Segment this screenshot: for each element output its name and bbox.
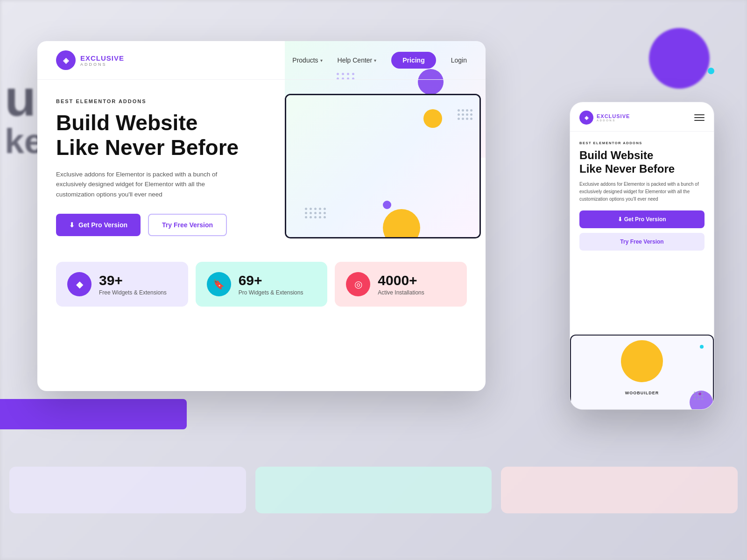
- stat-install-label: Active Installations: [378, 289, 424, 296]
- tablet-yellow-circle: [423, 109, 442, 128]
- stat-install-info: 4000+ Active Installations: [378, 273, 424, 296]
- mobile-dots-grid: [694, 392, 704, 400]
- chevron-down-icon: ▾: [374, 58, 376, 63]
- hero-section: BEST ELEMENTOR ADDONS Build Website Like…: [37, 80, 486, 248]
- tablet-purple-dot: [383, 201, 391, 209]
- tablet-mockup: [285, 94, 481, 238]
- hero-tag: BEST ELEMENTOR ADDONS: [56, 98, 257, 104]
- mobile-navbar: ◈ EXCLUSIVE ADDONS: [570, 102, 714, 132]
- tablet-screen: [286, 95, 479, 237]
- bg-purple-circle: [649, 28, 710, 89]
- hero-description: Exclusive addons for Elementor is packed…: [56, 169, 233, 200]
- mobile-brand-name: EXCLUSIVE: [597, 113, 630, 119]
- bg-stat-3: [501, 467, 738, 513]
- nav-login[interactable]: Login: [451, 56, 467, 64]
- brand-sub: ADDONS: [80, 62, 124, 67]
- hero-cta-group: ⬇ Get Pro Version Try Free Version: [56, 214, 257, 236]
- woobuilder-label: WOOBUILDER: [625, 391, 659, 395]
- tablet-large-yellow-circle: [383, 209, 420, 238]
- mobile-mockup: ◈ EXCLUSIVE ADDONS BEST ELEMENTOR ADDONS…: [570, 102, 714, 410]
- bg-purple-bar: [0, 399, 187, 429]
- bg-stat-1: [9, 467, 246, 513]
- brand-name: EXCLUSIVE: [80, 54, 124, 62]
- stat-free-number: 39+: [99, 273, 167, 288]
- bg-green-dot: [708, 68, 714, 74]
- tablet-dots-grid2: [458, 109, 472, 120]
- mobile-yellow-circle: [621, 340, 663, 382]
- stat-pro-label: Pro Widgets & Extensions: [239, 289, 303, 296]
- mobile-hero-tag: BEST ELEMENTOR ADDONS: [579, 141, 705, 145]
- mobile-green-dot: [700, 345, 704, 349]
- mobile-bottom-screen: WOOBUILDER: [570, 335, 714, 409]
- mobile-try-free-button[interactable]: Try Free Version: [579, 233, 705, 251]
- desktop-navbar: ◈ EXCLUSIVE ADDONS Products ▾ Help Cente…: [37, 41, 486, 80]
- hamburger-menu-icon[interactable]: [694, 114, 705, 121]
- diamond-icon: ◆: [67, 272, 92, 296]
- stats-section: ◆ 39+ Free Widgets & Extensions 🔖 69+ Pr…: [37, 248, 486, 321]
- pricing-button[interactable]: Pricing: [391, 52, 436, 69]
- stat-card-pro: 🔖 69+ Pro Widgets & Extensions: [196, 262, 328, 307]
- stat-pro-number: 69+: [239, 273, 303, 288]
- mobile-logo-text: EXCLUSIVE ADDONS: [597, 113, 630, 122]
- download-icon: ⬇: [69, 221, 75, 229]
- mobile-hero-title: Build Website Like Never Before: [579, 149, 705, 176]
- stat-free-info: 39+ Free Widgets & Extensions: [99, 273, 167, 296]
- nav-products[interactable]: Products ▾: [292, 56, 322, 64]
- mobile-brand-sub: ADDONS: [597, 119, 630, 122]
- mobile-hero: BEST ELEMENTOR ADDONS Build Website Like…: [570, 132, 714, 251]
- tablet-mockup-area: [266, 98, 467, 248]
- bookmark-icon: 🔖: [207, 272, 231, 296]
- desktop-logo: ◈ EXCLUSIVE ADDONS: [56, 50, 124, 70]
- mobile-logo-icon: ◈: [579, 111, 593, 125]
- stat-pro-info: 69+ Pro Widgets & Extensions: [239, 273, 303, 296]
- stat-free-label: Free Widgets & Extensions: [99, 289, 167, 296]
- bg-stat-2: [255, 467, 492, 513]
- mobile-logo: ◈ EXCLUSIVE ADDONS: [579, 111, 630, 125]
- mobile-hero-desc: Exclusive addons for Elementor is packed…: [579, 181, 705, 203]
- mobile-get-pro-button[interactable]: ⬇ Get Pro Version: [579, 210, 705, 228]
- get-pro-button[interactable]: ⬇ Get Pro Version: [56, 214, 141, 236]
- nav-links: Products ▾ Help Center ▾ Pricing Login: [292, 52, 467, 69]
- stat-card-install: ◎ 4000+ Active Installations: [335, 262, 467, 307]
- stat-install-number: 4000+: [378, 273, 424, 288]
- hero-title: Build Website Like Never Before: [56, 111, 257, 160]
- desktop-mockup: ◈ EXCLUSIVE ADDONS Products ▾ Help Cente…: [37, 41, 486, 391]
- logo-text: EXCLUSIVE ADDONS: [80, 54, 124, 67]
- tablet-dots-grid: [305, 208, 326, 218]
- bg-stat-cards: [9, 467, 738, 513]
- nav-help-center[interactable]: Help Center ▾: [338, 56, 377, 64]
- stat-card-free: ◆ 39+ Free Widgets & Extensions: [56, 262, 188, 307]
- logo-icon: ◈: [56, 50, 76, 70]
- target-icon: ◎: [346, 272, 370, 296]
- try-free-button[interactable]: Try Free Version: [148, 214, 227, 236]
- chevron-down-icon: ▾: [320, 58, 323, 63]
- hero-content: BEST ELEMENTOR ADDONS Build Website Like…: [56, 98, 257, 248]
